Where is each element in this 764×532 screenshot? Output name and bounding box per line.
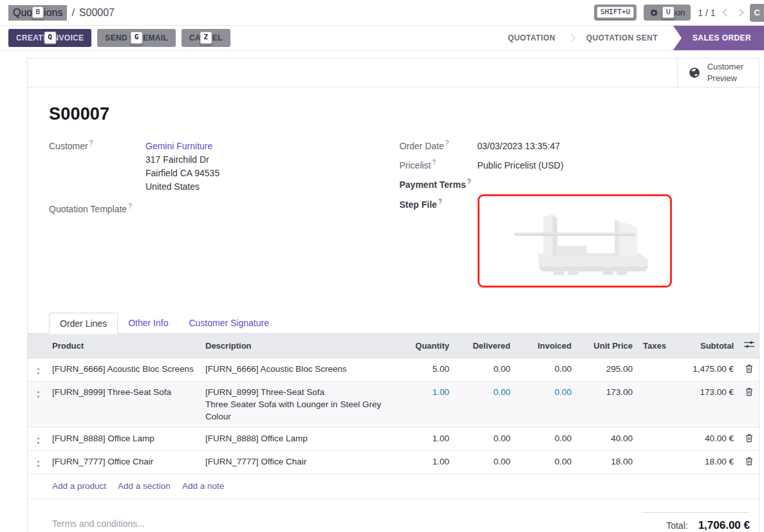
stage-quotation[interactable]: QUOTATION bbox=[492, 26, 571, 50]
cell-product[interactable]: [FURN_8999] Three-Seat Sofa bbox=[49, 381, 200, 403]
order-lines-table: Product Description Quantity Delivered I… bbox=[28, 333, 759, 499]
table-header-row: Product Description Quantity Delivered I… bbox=[28, 333, 759, 358]
cell-delivered[interactable]: 0.00 bbox=[454, 451, 516, 472]
cell-product[interactable]: [FURN_7777] Office Chair bbox=[49, 451, 200, 472]
action-menu-button[interactable]: Action U bbox=[644, 5, 691, 21]
delete-row-button[interactable] bbox=[739, 451, 759, 473]
cell-unit-price[interactable]: 18.00 bbox=[577, 451, 638, 472]
drag-handle-icon[interactable]: ▲▼ bbox=[28, 358, 49, 381]
table-row[interactable]: ▲▼ [FURN_7777] Office Chair [FURN_7777] … bbox=[28, 451, 759, 474]
help-icon[interactable]: ? bbox=[433, 159, 436, 166]
cell-unit-price[interactable]: 173.00 bbox=[577, 381, 638, 403]
cell-description[interactable]: [FURN_6666] Acoustic Bloc Screens bbox=[200, 358, 393, 380]
cell-description[interactable]: [FURN_8999] Three-Seat Sofa Three Seater… bbox=[200, 381, 393, 427]
customer-preview-label: Customer Preview bbox=[707, 61, 743, 84]
drag-handle-icon[interactable]: ▲▼ bbox=[28, 451, 49, 473]
table-row[interactable]: ▲▼ [FURN_8999] Three-Seat Sofa [FURN_899… bbox=[28, 381, 759, 428]
tab-other-info[interactable]: Other Info bbox=[118, 313, 178, 333]
stage-quotation-sent[interactable]: QUOTATION SENT bbox=[571, 26, 673, 50]
field-grid: Customer? Gemini Furniture 317 Fairchild… bbox=[49, 140, 750, 293]
add-a-section-link[interactable]: Add a section bbox=[118, 481, 171, 491]
step-file-preview[interactable] bbox=[478, 194, 672, 288]
create-invoice-button[interactable]: CREATE INVOICE Q bbox=[8, 29, 91, 47]
cell-invoiced[interactable]: 0.00 bbox=[516, 428, 577, 449]
pricelist-value[interactable]: Public Pricelist (USD) bbox=[478, 159, 564, 172]
drag-handle-icon[interactable]: ▲▼ bbox=[28, 381, 49, 404]
help-icon[interactable]: ? bbox=[467, 178, 471, 185]
corner-button[interactable]: C bbox=[750, 4, 764, 22]
help-icon[interactable]: ? bbox=[89, 140, 93, 147]
quotation-template-label: Quotation Template? bbox=[49, 203, 145, 214]
customer-address-line3: United States bbox=[145, 180, 219, 194]
table-row[interactable]: ▲▼ [FURN_6666] Acoustic Bloc Screens [FU… bbox=[28, 358, 759, 381]
header-description[interactable]: Description bbox=[200, 334, 393, 358]
order-date-value[interactable]: 03/03/2023 13:35:47 bbox=[478, 140, 560, 153]
drag-handle-icon[interactable]: ▲▼ bbox=[28, 428, 49, 450]
form-sheet: Customer Preview S00007 Customer? Gemini… bbox=[27, 58, 759, 532]
header-delivered[interactable]: Delivered bbox=[454, 334, 516, 358]
cell-quantity[interactable]: 1.00 bbox=[393, 428, 454, 449]
delete-row-button[interactable] bbox=[739, 428, 759, 450]
tab-order-lines[interactable]: Order Lines bbox=[49, 313, 118, 334]
keyboard-hint-send-email: G bbox=[131, 32, 143, 44]
cell-delivered[interactable]: 0.00 bbox=[454, 381, 516, 403]
customer-preview-button[interactable]: Customer Preview bbox=[677, 59, 759, 87]
delete-row-button[interactable] bbox=[739, 381, 759, 404]
table-row[interactable]: ▲▼ [FURN_8888] Office Lamp [FURN_8888] O… bbox=[28, 428, 759, 451]
cell-quantity[interactable]: 1.00 bbox=[393, 451, 454, 472]
total-box: Total: 1,706.00 € bbox=[642, 512, 750, 532]
help-icon[interactable]: ? bbox=[128, 203, 132, 210]
cell-product[interactable]: [FURN_8888] Office Lamp bbox=[49, 428, 200, 449]
cell-product[interactable]: [FURN_6666] Acoustic Bloc Screens bbox=[49, 358, 200, 380]
cancel-button[interactable]: CANCEL Z bbox=[182, 29, 230, 47]
cell-delivered[interactable]: 0.00 bbox=[454, 358, 516, 380]
pager-next-icon[interactable] bbox=[736, 8, 744, 17]
cell-invoiced[interactable]: 0.00 bbox=[516, 451, 577, 472]
cell-unit-price[interactable]: 40.00 bbox=[577, 428, 638, 449]
header-product[interactable]: Product bbox=[49, 334, 200, 358]
field-column-right: Order Date? 03/03/2023 13:35:47 Pricelis… bbox=[400, 140, 750, 293]
add-a-note-link[interactable]: Add a note bbox=[182, 481, 224, 491]
shortcut-overlay-button[interactable]: SHIFT+U bbox=[594, 5, 637, 21]
customer-link[interactable]: Gemini Furniture bbox=[145, 141, 212, 151]
cell-description[interactable]: [FURN_7777] Office Chair bbox=[200, 451, 393, 472]
customer-label: Customer? bbox=[49, 140, 145, 194]
help-icon[interactable]: ? bbox=[438, 198, 442, 205]
notebook-tabs: Order Lines Other Info Customer Signatur… bbox=[49, 313, 759, 333]
cell-delivered[interactable]: 0.00 bbox=[454, 428, 516, 449]
cell-quantity[interactable]: 5.00 bbox=[393, 358, 454, 380]
keyboard-hint-create-invoice: Q bbox=[44, 32, 56, 44]
pager-previous-icon[interactable] bbox=[722, 8, 731, 17]
breadcrumb-quotations[interactable]: Quotations B bbox=[8, 5, 67, 21]
optional-columns-button[interactable] bbox=[739, 334, 759, 358]
keyboard-hint-breadcrumb: B bbox=[32, 6, 44, 19]
form-sheet-header: Customer Preview bbox=[28, 59, 759, 87]
payment-terms-field: Payment Terms? bbox=[400, 178, 750, 190]
customer-address-line2: Fairfield CA 94535 bbox=[145, 167, 219, 180]
cell-unit-price[interactable]: 295.00 bbox=[577, 358, 638, 380]
page-title: S00007 bbox=[49, 104, 750, 124]
header-unit-price[interactable]: Unit Price bbox=[577, 334, 638, 358]
trash-icon bbox=[745, 387, 753, 396]
header-quantity[interactable]: Quantity bbox=[393, 334, 454, 358]
header-invoiced[interactable]: Invoiced bbox=[516, 334, 577, 358]
cell-invoiced[interactable]: 0.00 bbox=[516, 358, 577, 380]
sliders-icon bbox=[744, 340, 754, 349]
stage-sales-order[interactable]: SALES ORDER bbox=[673, 26, 764, 50]
total-label: Total: bbox=[666, 520, 687, 531]
terms-and-conditions-input[interactable]: Terms and conditions... bbox=[52, 512, 145, 532]
header-subtotal[interactable]: Subtotal bbox=[667, 334, 739, 358]
pricelist-field: Pricelist? Public Pricelist (USD) bbox=[400, 159, 750, 172]
customer-value: Gemini Furniture 317 Fairchild Dr Fairfi… bbox=[145, 140, 219, 194]
cell-quantity[interactable]: 1.00 bbox=[393, 381, 454, 403]
help-icon[interactable]: ? bbox=[445, 140, 449, 147]
cell-invoiced[interactable]: 0.00 bbox=[516, 381, 577, 403]
pager-count: 1 / 1 bbox=[698, 8, 715, 18]
header-taxes[interactable]: Taxes bbox=[638, 334, 667, 358]
delete-row-button[interactable] bbox=[739, 358, 759, 381]
cell-description[interactable]: [FURN_8888] Office Lamp bbox=[200, 428, 393, 449]
send-by-email-button[interactable]: SEND BY EMAIL G bbox=[97, 29, 176, 47]
form-sheet-body: S00007 Customer? Gemini Furniture 317 Fa… bbox=[28, 87, 759, 293]
tab-customer-signature[interactable]: Customer Signature bbox=[178, 313, 279, 333]
add-a-product-link[interactable]: Add a product bbox=[52, 481, 106, 491]
